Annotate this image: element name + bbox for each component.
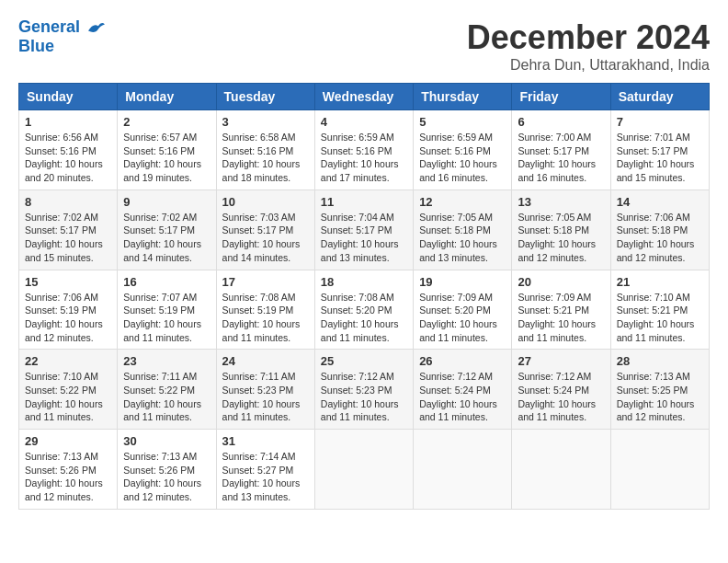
day-cell-26: 26 Sunrise: 7:12 AMSunset: 5:24 PMDaylig… xyxy=(414,350,512,430)
day-cell-6: 6 Sunrise: 7:00 AMSunset: 5:17 PMDayligh… xyxy=(512,110,610,190)
day-number: 16 xyxy=(123,275,210,289)
day-cell-17: 17 Sunrise: 7:08 AMSunset: 5:19 PMDaylig… xyxy=(216,270,314,350)
day-number: 28 xyxy=(617,354,703,368)
day-cell-21: 21 Sunrise: 7:10 AMSunset: 5:21 PMDaylig… xyxy=(610,270,709,350)
day-cell-11: 11 Sunrise: 7:04 AMSunset: 5:17 PMDaylig… xyxy=(314,190,413,270)
day-info: Sunrise: 7:13 AMSunset: 5:25 PMDaylight:… xyxy=(617,370,703,424)
day-info: Sunrise: 7:03 AMSunset: 5:17 PMDaylight:… xyxy=(222,211,309,265)
day-info: Sunrise: 6:59 AMSunset: 5:16 PMDaylight:… xyxy=(321,131,407,185)
page-header: General Blue December 2024 Dehra Dun, Ut… xyxy=(18,18,710,74)
day-info: Sunrise: 7:08 AMSunset: 5:20 PMDaylight:… xyxy=(321,291,407,345)
day-info: Sunrise: 7:10 AMSunset: 5:22 PMDaylight:… xyxy=(25,370,111,424)
empty-cell xyxy=(414,430,512,510)
day-cell-7: 7 Sunrise: 7:01 AMSunset: 5:17 PMDayligh… xyxy=(610,110,709,190)
day-info: Sunrise: 7:11 AMSunset: 5:22 PMDaylight:… xyxy=(123,370,210,424)
empty-cell xyxy=(512,430,610,510)
day-number: 6 xyxy=(518,115,604,129)
day-cell-2: 2 Sunrise: 6:57 AMSunset: 5:16 PMDayligh… xyxy=(118,110,216,190)
location: Dehra Dun, Uttarakhand, India xyxy=(467,57,710,74)
day-cell-23: 23 Sunrise: 7:11 AMSunset: 5:22 PMDaylig… xyxy=(118,350,216,430)
weekday-header-friday: Friday xyxy=(512,84,610,110)
day-cell-20: 20 Sunrise: 7:09 AMSunset: 5:21 PMDaylig… xyxy=(512,270,610,350)
day-info: Sunrise: 7:12 AMSunset: 5:24 PMDaylight:… xyxy=(518,370,604,424)
calendar-week-3: 15 Sunrise: 7:06 AMSunset: 5:19 PMDaylig… xyxy=(19,270,710,350)
empty-cell xyxy=(314,430,413,510)
month-title: December 2024 xyxy=(467,18,710,57)
day-number: 3 xyxy=(222,115,309,129)
day-info: Sunrise: 7:12 AMSunset: 5:23 PMDaylight:… xyxy=(321,370,407,424)
title-block: December 2024 Dehra Dun, Uttarakhand, In… xyxy=(467,18,710,74)
day-number: 11 xyxy=(321,195,407,209)
day-info: Sunrise: 7:10 AMSunset: 5:21 PMDaylight:… xyxy=(617,291,703,345)
day-info: Sunrise: 6:58 AMSunset: 5:16 PMDaylight:… xyxy=(222,131,309,185)
logo-blue: Blue xyxy=(18,37,107,56)
day-number: 8 xyxy=(25,195,111,209)
day-number: 25 xyxy=(321,354,407,368)
day-info: Sunrise: 7:05 AMSunset: 5:18 PMDaylight:… xyxy=(419,211,506,265)
day-number: 18 xyxy=(321,275,407,289)
day-number: 13 xyxy=(518,195,604,209)
day-number: 30 xyxy=(123,434,210,448)
logo-text: General xyxy=(18,18,107,37)
day-number: 22 xyxy=(25,354,111,368)
day-cell-4: 4 Sunrise: 6:59 AMSunset: 5:16 PMDayligh… xyxy=(314,110,413,190)
day-cell-27: 27 Sunrise: 7:12 AMSunset: 5:24 PMDaylig… xyxy=(512,350,610,430)
day-number: 21 xyxy=(617,275,703,289)
logo: General Blue xyxy=(18,18,107,56)
calendar-week-5: 29 Sunrise: 7:13 AMSunset: 5:26 PMDaylig… xyxy=(19,430,710,510)
day-info: Sunrise: 7:06 AMSunset: 5:18 PMDaylight:… xyxy=(617,211,703,265)
weekday-header-saturday: Saturday xyxy=(610,84,709,110)
calendar-week-1: 1 Sunrise: 6:56 AMSunset: 5:16 PMDayligh… xyxy=(19,110,710,190)
day-number: 31 xyxy=(222,434,309,448)
day-number: 23 xyxy=(123,354,210,368)
day-cell-9: 9 Sunrise: 7:02 AMSunset: 5:17 PMDayligh… xyxy=(118,190,216,270)
day-cell-12: 12 Sunrise: 7:05 AMSunset: 5:18 PMDaylig… xyxy=(414,190,512,270)
day-cell-30: 30 Sunrise: 7:13 AMSunset: 5:26 PMDaylig… xyxy=(118,430,216,510)
day-cell-15: 15 Sunrise: 7:06 AMSunset: 5:19 PMDaylig… xyxy=(19,270,118,350)
weekday-header-wednesday: Wednesday xyxy=(314,84,413,110)
day-number: 14 xyxy=(617,195,703,209)
day-cell-31: 31 Sunrise: 7:14 AMSunset: 5:27 PMDaylig… xyxy=(216,430,314,510)
day-info: Sunrise: 7:02 AMSunset: 5:17 PMDaylight:… xyxy=(123,211,210,265)
day-number: 12 xyxy=(419,195,506,209)
day-info: Sunrise: 6:56 AMSunset: 5:16 PMDaylight:… xyxy=(25,131,111,185)
day-number: 4 xyxy=(321,115,407,129)
day-number: 27 xyxy=(518,354,604,368)
day-info: Sunrise: 7:06 AMSunset: 5:19 PMDaylight:… xyxy=(25,291,111,345)
day-info: Sunrise: 7:09 AMSunset: 5:20 PMDaylight:… xyxy=(419,291,506,345)
day-info: Sunrise: 7:02 AMSunset: 5:17 PMDaylight:… xyxy=(25,211,111,265)
day-cell-29: 29 Sunrise: 7:13 AMSunset: 5:26 PMDaylig… xyxy=(19,430,118,510)
weekday-header-tuesday: Tuesday xyxy=(216,84,314,110)
day-number: 2 xyxy=(123,115,210,129)
weekday-header-monday: Monday xyxy=(118,84,216,110)
day-cell-10: 10 Sunrise: 7:03 AMSunset: 5:17 PMDaylig… xyxy=(216,190,314,270)
calendar-week-4: 22 Sunrise: 7:10 AMSunset: 5:22 PMDaylig… xyxy=(19,350,710,430)
calendar-header-row: SundayMondayTuesdayWednesdayThursdayFrid… xyxy=(19,84,710,110)
day-number: 20 xyxy=(518,275,604,289)
day-info: Sunrise: 7:08 AMSunset: 5:19 PMDaylight:… xyxy=(222,291,309,345)
day-number: 9 xyxy=(123,195,210,209)
day-info: Sunrise: 7:04 AMSunset: 5:17 PMDaylight:… xyxy=(321,211,407,265)
day-info: Sunrise: 7:11 AMSunset: 5:23 PMDaylight:… xyxy=(222,370,309,424)
day-cell-8: 8 Sunrise: 7:02 AMSunset: 5:17 PMDayligh… xyxy=(19,190,118,270)
day-info: Sunrise: 7:13 AMSunset: 5:26 PMDaylight:… xyxy=(123,450,210,504)
day-info: Sunrise: 7:12 AMSunset: 5:24 PMDaylight:… xyxy=(419,370,506,424)
day-number: 29 xyxy=(25,434,111,448)
day-cell-18: 18 Sunrise: 7:08 AMSunset: 5:20 PMDaylig… xyxy=(314,270,413,350)
day-info: Sunrise: 7:01 AMSunset: 5:17 PMDaylight:… xyxy=(617,131,703,185)
day-cell-16: 16 Sunrise: 7:07 AMSunset: 5:19 PMDaylig… xyxy=(118,270,216,350)
day-cell-5: 5 Sunrise: 6:59 AMSunset: 5:16 PMDayligh… xyxy=(414,110,512,190)
day-cell-13: 13 Sunrise: 7:05 AMSunset: 5:18 PMDaylig… xyxy=(512,190,610,270)
day-cell-25: 25 Sunrise: 7:12 AMSunset: 5:23 PMDaylig… xyxy=(314,350,413,430)
day-info: Sunrise: 7:13 AMSunset: 5:26 PMDaylight:… xyxy=(25,450,111,504)
day-cell-14: 14 Sunrise: 7:06 AMSunset: 5:18 PMDaylig… xyxy=(610,190,709,270)
day-number: 15 xyxy=(25,275,111,289)
day-number: 24 xyxy=(222,354,309,368)
calendar-week-2: 8 Sunrise: 7:02 AMSunset: 5:17 PMDayligh… xyxy=(19,190,710,270)
day-info: Sunrise: 6:57 AMSunset: 5:16 PMDaylight:… xyxy=(123,131,210,185)
day-info: Sunrise: 7:09 AMSunset: 5:21 PMDaylight:… xyxy=(518,291,604,345)
day-number: 10 xyxy=(222,195,309,209)
day-info: Sunrise: 7:07 AMSunset: 5:19 PMDaylight:… xyxy=(123,291,210,345)
day-cell-3: 3 Sunrise: 6:58 AMSunset: 5:16 PMDayligh… xyxy=(216,110,314,190)
day-number: 1 xyxy=(25,115,111,129)
